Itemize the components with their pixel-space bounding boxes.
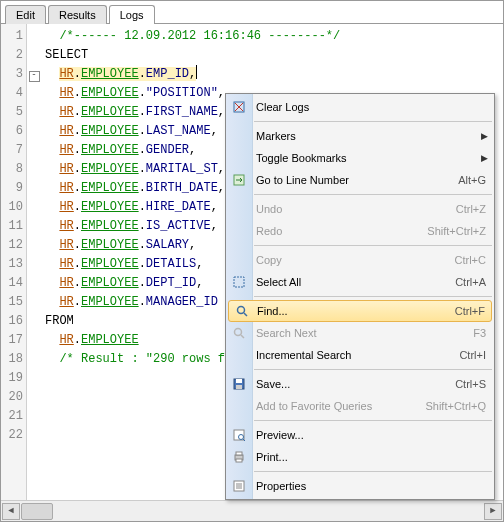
preview-icon <box>230 426 248 444</box>
line-number: 15 <box>1 293 23 312</box>
menu-item-label: Go to Line Number <box>256 174 458 186</box>
menu-item-select-all[interactable]: Select AllCtrl+A <box>226 271 494 293</box>
menu-item-shortcut: Shift+Ctrl+Z <box>427 225 486 237</box>
line-number: 4 <box>1 84 23 103</box>
menu-item-shortcut: Alt+G <box>458 174 486 186</box>
menu-item-go-to-line-number[interactable]: Go to Line NumberAlt+G <box>226 169 494 191</box>
line-number: 3 <box>1 65 23 84</box>
context-menu: Clear LogsMarkers▶Toggle Bookmarks▶Go to… <box>225 93 495 500</box>
menu-item-label: Toggle Bookmarks <box>256 152 486 164</box>
svg-rect-4 <box>234 277 244 287</box>
menu-item-label: Print... <box>256 451 486 463</box>
scroll-left-arrow[interactable]: ◄ <box>2 503 20 520</box>
menu-item-clear-logs[interactable]: Clear Logs <box>226 96 494 118</box>
save-icon <box>230 375 248 393</box>
line-number: 9 <box>1 179 23 198</box>
clear-icon <box>230 98 248 116</box>
svg-rect-11 <box>236 385 242 389</box>
horizontal-scrollbar[interactable]: ◄ ► <box>1 500 503 521</box>
menu-item-label: Add to Favorite Queries <box>256 400 425 412</box>
svg-rect-16 <box>236 452 242 455</box>
menu-item-print[interactable]: Print... <box>226 446 494 468</box>
menu-item-label: Clear Logs <box>256 101 486 113</box>
menu-item-shortcut: Ctrl+A <box>455 276 486 288</box>
svg-line-8 <box>241 335 244 338</box>
svg-point-7 <box>235 329 242 336</box>
menu-item-label: Incremental Search <box>256 349 459 361</box>
menu-separator <box>254 471 492 472</box>
code-line: /*------ 12.09.2012 16:16:46 --------*/ <box>45 27 503 46</box>
scroll-right-arrow[interactable]: ► <box>484 503 502 520</box>
menu-item-incremental-search[interactable]: Incremental SearchCtrl+I <box>226 344 494 366</box>
tab-edit[interactable]: Edit <box>5 5 46 24</box>
menu-separator <box>254 420 492 421</box>
tab-logs[interactable]: Logs <box>109 5 155 24</box>
line-number: 13 <box>1 255 23 274</box>
menu-item-label: Preview... <box>256 429 486 441</box>
line-number: 10 <box>1 198 23 217</box>
tab-results[interactable]: Results <box>48 5 107 24</box>
menu-separator <box>254 369 492 370</box>
menu-separator <box>254 121 492 122</box>
menu-item-label: Redo <box>256 225 427 237</box>
menu-item-toggle-bookmarks[interactable]: Toggle Bookmarks▶ <box>226 147 494 169</box>
scroll-thumb[interactable] <box>21 503 53 520</box>
svg-line-6 <box>244 313 247 316</box>
line-number: 18 <box>1 350 23 369</box>
find-icon <box>230 324 248 342</box>
menu-item-label: Undo <box>256 203 456 215</box>
menu-item-shortcut: Ctrl+C <box>455 254 486 266</box>
svg-point-5 <box>238 307 245 314</box>
line-number: 5 <box>1 103 23 122</box>
menu-item-search-next: Search NextF3 <box>226 322 494 344</box>
tab-bar: Edit Results Logs <box>1 1 503 24</box>
menu-item-shortcut: Ctrl+I <box>459 349 486 361</box>
goto-icon <box>230 171 248 189</box>
menu-separator <box>254 296 492 297</box>
line-number: 7 <box>1 141 23 160</box>
line-number: 1 <box>1 27 23 46</box>
line-number: 16 <box>1 312 23 331</box>
menu-item-find[interactable]: Find...Ctrl+F <box>228 300 492 322</box>
line-number: 8 <box>1 160 23 179</box>
menu-item-label: Copy <box>256 254 455 266</box>
menu-separator <box>254 245 492 246</box>
menu-item-shortcut: Ctrl+S <box>455 378 486 390</box>
menu-item-markers[interactable]: Markers▶ <box>226 125 494 147</box>
menu-item-label: Search Next <box>256 327 473 339</box>
menu-item-undo: UndoCtrl+Z <box>226 198 494 220</box>
submenu-arrow-icon: ▶ <box>481 153 488 163</box>
line-number: 14 <box>1 274 23 293</box>
line-number: 19 <box>1 369 23 388</box>
line-number: 20 <box>1 388 23 407</box>
line-number: 12 <box>1 236 23 255</box>
code-line: SELECT <box>45 46 503 65</box>
svg-rect-17 <box>236 459 242 462</box>
menu-item-properties[interactable]: Properties <box>226 475 494 497</box>
menu-item-preview[interactable]: Preview... <box>226 424 494 446</box>
line-number: 6 <box>1 122 23 141</box>
code-line: HR.EMPLOYEE.EMP_ID, <box>45 65 503 84</box>
line-number: 2 <box>1 46 23 65</box>
menu-item-shortcut: Ctrl+Z <box>456 203 486 215</box>
menu-item-redo: RedoShift+Ctrl+Z <box>226 220 494 242</box>
menu-item-label: Find... <box>257 305 455 317</box>
submenu-arrow-icon: ▶ <box>481 131 488 141</box>
svg-rect-10 <box>236 379 242 383</box>
menu-item-label: Save... <box>256 378 455 390</box>
fold-gutter: - <box>27 24 41 502</box>
line-number: 17 <box>1 331 23 350</box>
line-number: 21 <box>1 407 23 426</box>
print-icon <box>230 448 248 466</box>
props-icon <box>230 477 248 495</box>
menu-item-add-to-favorite-queries: Add to Favorite QueriesShift+Ctrl+Q <box>226 395 494 417</box>
menu-item-shortcut: Ctrl+F <box>455 305 485 317</box>
menu-item-copy: CopyCtrl+C <box>226 249 494 271</box>
selectall-icon <box>230 273 248 291</box>
menu-item-shortcut: F3 <box>473 327 486 339</box>
line-number: 22 <box>1 426 23 445</box>
find-icon <box>233 302 251 320</box>
menu-item-save[interactable]: Save...Ctrl+S <box>226 373 494 395</box>
fold-toggle[interactable]: - <box>29 71 40 82</box>
menu-item-label: Markers <box>256 130 486 142</box>
